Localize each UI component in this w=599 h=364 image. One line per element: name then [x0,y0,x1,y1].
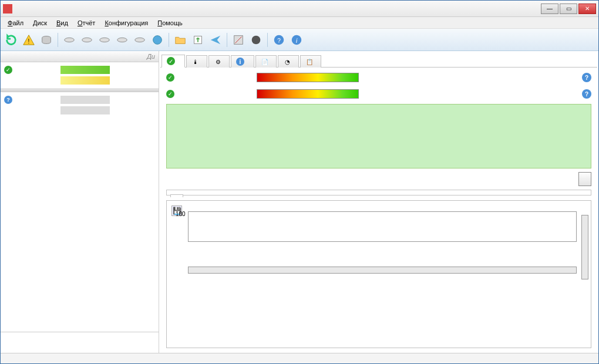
disk4-icon[interactable] [114,32,130,48]
perf-bar [257,73,359,82]
tab-overview[interactable]: ✓ [161,55,185,68]
tabs: ✓ 🌡 ⚙ i 📄 ◔ 📋 [160,52,597,68]
stats [166,172,578,186]
app-icon [3,4,12,14]
device1-header[interactable]: Ди [1,51,159,62]
minimize-button[interactable]: — [541,4,558,14]
svg-point-4 [100,38,110,42]
svg-point-7 [153,35,162,44]
svg-text:?: ? [277,37,281,43]
close-button[interactable]: ✕ [578,4,596,14]
log-icon: 📄 [261,58,269,66]
health-bar [257,89,359,99]
disk3-icon[interactable] [96,32,113,48]
thermometer-icon: 🌡 [191,58,200,66]
svg-point-5 [117,38,127,42]
main-panel: ✓ 🌡 ⚙ i 📄 ◔ 📋 ✓ ? ✓ [159,51,598,353]
menu-file[interactable]: Файл [3,18,28,28]
check-icon: ✓ [166,73,174,82]
svg-point-2 [65,38,75,42]
partition-h[interactable] [3,345,156,350]
temp-bar [60,106,110,114]
health-bar [60,96,110,104]
partition-d[interactable] [3,340,156,345]
question-icon: ? [4,96,12,104]
disk2-icon[interactable] [79,32,95,48]
disk5-icon[interactable] [132,32,148,48]
comment-input[interactable] [166,190,591,196]
info-icon[interactable]: i [288,32,305,48]
titlebar: — ▭ ✕ [1,1,598,17]
device2-header[interactable] [1,88,159,92]
settings-icon[interactable] [230,32,247,48]
warn-button[interactable]: ! [21,32,37,48]
retest-button[interactable] [578,172,591,186]
scrollbar-vertical[interactable] [581,215,588,279]
svg-point-10 [252,35,261,44]
refresh-button[interactable] [3,32,19,48]
menu-config[interactable]: Конфигурация [100,18,153,28]
svg-point-6 [135,38,145,42]
help-icon[interactable]: ? [582,73,591,82]
scrollbar-horizontal[interactable] [188,267,577,274]
health-bar [60,66,110,74]
check-icon: ✓ [4,66,12,74]
help-icon[interactable]: ? [271,32,287,48]
info-icon: i [236,58,244,66]
tab-info[interactable]: i [231,55,254,68]
svg-point-3 [82,38,92,42]
menubar: Файл Диск Вид Отчёт Конфигурация Помощь [1,17,598,29]
tab-performance[interactable]: ◔ [278,55,299,68]
menu-view[interactable]: Вид [52,18,73,28]
gauge-icon: ◔ [283,58,291,66]
power-icon[interactable] [248,32,264,48]
tab-log[interactable]: 📄 [255,55,277,68]
chart-panel: 💾 100 [166,200,591,348]
chart-title [170,194,183,197]
export-icon[interactable] [190,32,206,48]
chart-area: 100 [188,211,577,242]
gear-icon: ⚙ [214,58,222,66]
menu-disk[interactable]: Диск [28,18,52,28]
maximize-button[interactable]: ▭ [560,4,577,14]
help-icon[interactable]: ? [582,89,591,99]
status-box [166,104,591,168]
disk1-icon[interactable] [61,32,78,48]
svg-text:!: ! [28,38,30,45]
globe-icon[interactable] [149,32,166,48]
tab-temperature[interactable]: 🌡 [186,55,207,68]
check-icon: ✓ [167,57,175,65]
partition-c[interactable] [3,335,156,340]
menu-help[interactable]: Помощь [153,18,187,28]
check-icon: ✓ [166,90,174,98]
menu-report[interactable]: Отчёт [73,18,100,28]
tab-smart[interactable]: ⚙ [208,55,230,68]
temp-bar [60,76,110,85]
disks-button[interactable] [38,32,55,48]
statusbar [1,353,598,363]
send-icon[interactable] [207,32,224,48]
folder-icon[interactable] [172,32,189,48]
chart-dates [188,242,577,265]
partition-list [1,332,159,353]
toolbar: ! ? i [1,29,598,51]
tab-warnings[interactable]: 📋 [300,55,321,68]
sidebar: Ди ✓ ? [1,51,159,353]
doc-icon: 📋 [305,58,314,66]
